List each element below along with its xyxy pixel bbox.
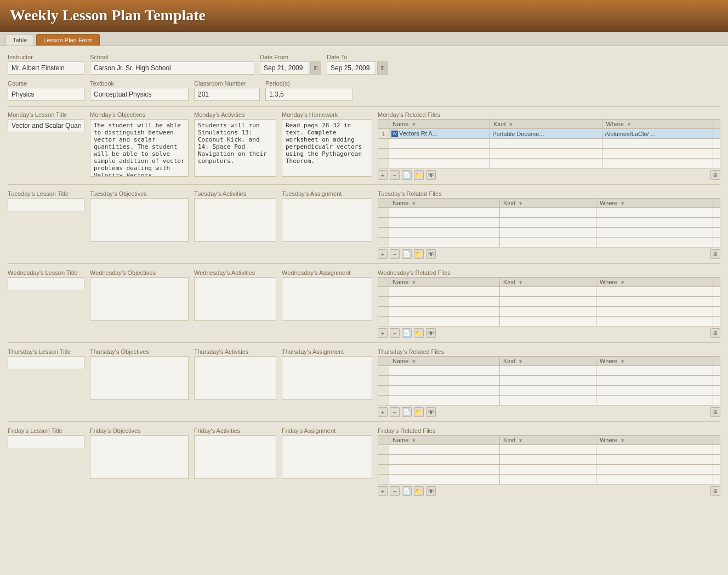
wednesday-remove-file-button[interactable]: −	[390, 328, 400, 338]
divider-3	[8, 421, 720, 422]
monday-new-doc-button[interactable]: 📄	[402, 170, 412, 180]
monday-files-th-2[interactable]: Kind ▼	[490, 120, 602, 129]
wednesday-files-th-1[interactable]: Name ▼	[389, 278, 500, 287]
wednesday-add-file-button[interactable]: +	[378, 328, 388, 338]
periods-label: Period(s)	[265, 80, 353, 87]
date-from-input[interactable]	[260, 61, 309, 75]
thursday-remove-file-button[interactable]: −	[390, 407, 400, 417]
friday-files-th-1[interactable]: Name ▼	[389, 436, 500, 445]
monday-preview-button[interactable]: 👁	[426, 170, 436, 180]
monday-monday-s-homework-label: Monday's Homework	[282, 111, 372, 118]
date-from-calendar-button[interactable]: 🗓	[310, 61, 321, 75]
friday-new-doc-button[interactable]: 📄	[402, 486, 412, 496]
tuesday-add-file-button[interactable]: +	[378, 249, 388, 259]
monday-files-th-3[interactable]: Where ▼	[602, 120, 713, 129]
periods-input[interactable]	[265, 88, 353, 101]
thursday-files-th-1[interactable]: Name ▼	[389, 357, 500, 366]
thursday-title-input[interactable]	[8, 356, 84, 369]
tuesday-activities-textarea[interactable]	[194, 198, 276, 242]
thursday-file-row-1-kind	[500, 376, 596, 386]
instructor-input[interactable]	[8, 61, 84, 75]
tuesday-remove-file-button[interactable]: −	[390, 249, 400, 259]
friday-section: Friday's Lesson TitleFriday's Objectives…	[8, 427, 720, 496]
course-input[interactable]	[8, 88, 84, 101]
wednesday-files-th-2[interactable]: Kind ▼	[500, 278, 596, 287]
friday-corner-button[interactable]: ⊞	[710, 486, 720, 496]
tuesday-new-doc-button[interactable]: 📄	[402, 249, 412, 259]
monday-content-row: The student will be able to distinguish …	[8, 119, 720, 180]
monday-remove-file-button[interactable]: −	[390, 170, 400, 180]
tuesday-corner-button[interactable]: ⊞	[710, 249, 720, 259]
tuesday-folder-button[interactable]: 📁	[414, 249, 424, 259]
tuesday-files-th-2[interactable]: Kind ▼	[500, 199, 596, 208]
tuesday-file-row-3-where	[596, 238, 713, 247]
monday-title-input[interactable]	[8, 119, 84, 132]
wednesday-files-th-3[interactable]: Where ▼	[596, 278, 713, 287]
tuesday-files-th-1[interactable]: Name ▼	[389, 199, 500, 208]
thursday-homework-textarea[interactable]	[282, 356, 372, 400]
thursday-add-file-button[interactable]: +	[378, 407, 388, 417]
wednesday-wednesday-s-lesson-title-label: Wednesday's Lesson Title	[8, 269, 84, 276]
monday-activities-textarea[interactable]: Students will run Simulations 13: Coconu…	[194, 119, 276, 177]
wednesday-folder-button[interactable]: 📁	[414, 328, 424, 338]
thursday-activities-textarea[interactable]	[194, 356, 276, 400]
friday-file-row-3-name	[389, 475, 500, 484]
friday-add-file-button[interactable]: +	[378, 486, 388, 496]
tuesday-preview-button[interactable]: 👁	[426, 249, 436, 259]
wednesday-wednesday-s-assignment-label: Wednesday's Assignment	[282, 269, 372, 276]
friday-files-th-3[interactable]: Where ▼	[596, 436, 713, 445]
thursday-corner-button[interactable]: ⊞	[710, 407, 720, 417]
monday-folder-button[interactable]: 📁	[414, 170, 424, 180]
textbook-input[interactable]	[90, 88, 189, 101]
tuesday-file-row-1-name	[389, 218, 500, 228]
friday-files-th-2[interactable]: Kind ▼	[500, 436, 596, 445]
monday-objectives-textarea[interactable]: The student will be able to distinguish …	[90, 119, 189, 177]
thursday-thursday-s-objectives-label: Thursday's Objectives	[90, 348, 189, 355]
school-input[interactable]	[90, 61, 254, 75]
friday-file-row-3	[378, 475, 720, 484]
tuesday-headers: Tuesday's Lesson TitleTuesday's Objectiv…	[8, 190, 720, 197]
tab-table[interactable]: Table	[5, 34, 34, 46]
classroom-input[interactable]	[194, 88, 260, 101]
friday-activities-textarea[interactable]	[194, 435, 276, 479]
date-to-input[interactable]	[327, 61, 376, 75]
wednesday-file-row-1-name	[389, 297, 500, 307]
date-to-calendar-button[interactable]: 🗓	[377, 61, 388, 75]
friday-friday-s-related-files-label: Friday's Related Files	[378, 427, 720, 434]
tuesday-file-row-1	[378, 218, 720, 228]
wednesday-new-doc-button[interactable]: 📄	[402, 328, 412, 338]
monday-homework-textarea[interactable]: Read pags 28-32 in text. Complete worksh…	[282, 119, 372, 177]
monday-file-row-3	[378, 159, 720, 168]
thursday-folder-button[interactable]: 📁	[414, 407, 424, 417]
wednesday-objectives-textarea[interactable]	[90, 277, 189, 321]
monday-files-th-1[interactable]: Name ▼	[389, 120, 490, 129]
friday-file-row-2-extra	[713, 465, 720, 475]
thursday-objectives-textarea[interactable]	[90, 356, 189, 400]
thursday-file-row-2-num	[378, 386, 389, 396]
thursday-new-doc-button[interactable]: 📄	[402, 407, 412, 417]
tuesday-homework-textarea[interactable]	[282, 198, 372, 242]
wednesday-file-row-3-extra	[713, 317, 720, 326]
thursday-files-th-2[interactable]: Kind ▼	[500, 357, 596, 366]
tab-lesson-plan-form[interactable]: Lesson Plan Form	[36, 34, 99, 46]
thursday-files-th-3[interactable]: Where ▼	[596, 357, 713, 366]
friday-objectives-textarea[interactable]	[90, 435, 189, 479]
tuesday-files-th-3[interactable]: Where ▼	[596, 199, 713, 208]
monday-add-file-button[interactable]: +	[378, 170, 388, 180]
friday-remove-file-button[interactable]: −	[390, 486, 400, 496]
wednesday-preview-button[interactable]: 👁	[426, 328, 436, 338]
monday-corner-button[interactable]: ⊞	[710, 170, 720, 180]
wednesday-activities-textarea[interactable]	[194, 277, 276, 321]
wednesday-homework-textarea[interactable]	[282, 277, 372, 321]
friday-folder-button[interactable]: 📁	[414, 486, 424, 496]
wednesday-file-row-2-extra	[713, 307, 720, 317]
friday-homework-textarea[interactable]	[282, 435, 372, 479]
wednesday-corner-button[interactable]: ⊞	[710, 328, 720, 338]
friday-preview-button[interactable]: 👁	[426, 486, 436, 496]
tuesday-title-input[interactable]	[8, 198, 84, 211]
wednesday-file-row-0-kind	[500, 287, 596, 297]
friday-title-input[interactable]	[8, 435, 84, 448]
thursday-preview-button[interactable]: 👁	[426, 407, 436, 417]
tuesday-objectives-textarea[interactable]	[90, 198, 189, 242]
wednesday-title-input[interactable]	[8, 277, 84, 290]
